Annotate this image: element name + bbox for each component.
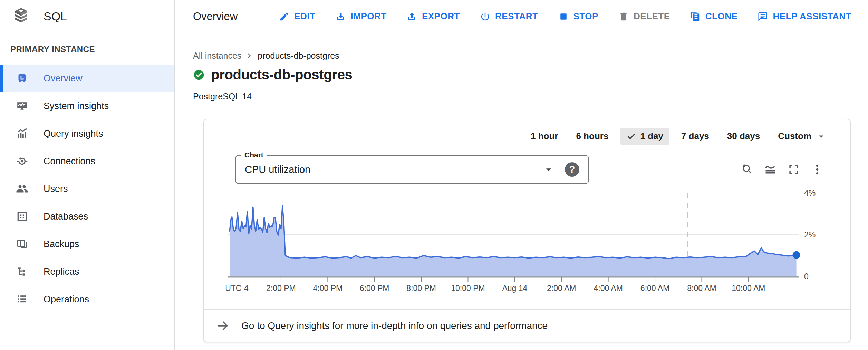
y-axis-label: 2% <box>804 230 816 239</box>
brand-area: SQL <box>0 0 175 33</box>
help-icon[interactable]: ? <box>565 162 579 177</box>
chart-metric-select[interactable]: Chart CPU utilization ? <box>235 155 589 184</box>
sidebar-item-label: Connections <box>44 156 95 167</box>
help-assistant-button[interactable]: HELP ASSISTANT <box>758 11 851 22</box>
breadcrumb-link[interactable]: All instances <box>193 51 241 61</box>
sidebar-item-operations[interactable]: Operations <box>0 285 174 313</box>
time-range-7-days[interactable]: 7 days <box>675 128 715 145</box>
y-axis-label: 0 <box>804 272 809 281</box>
operations-icon <box>16 293 28 305</box>
time-range-label: 6 hours <box>576 131 608 142</box>
sidebar-item-connections[interactable]: Connections <box>0 147 174 175</box>
action-label: DELETE <box>634 11 670 22</box>
shell: PRIMARY INSTANCE OverviewSystem insights… <box>0 33 868 350</box>
x-axis-label: 10:00 AM <box>732 284 765 293</box>
sidebar-item-label: Overview <box>44 73 83 84</box>
instance-version: PostgreSQL 14 <box>193 91 868 101</box>
sidebar-item-system-insights[interactable]: System insights <box>0 92 174 120</box>
latest-value-dot <box>793 251 800 259</box>
chart-toolbar <box>740 163 824 176</box>
x-axis-label: 2:00 AM <box>547 284 576 293</box>
action-label: EDIT <box>294 11 315 22</box>
sidebar-item-label: Replicas <box>44 266 79 277</box>
sidebar: PRIMARY INSTANCE OverviewSystem insights… <box>0 33 175 350</box>
sidebar-item-label: Query insights <box>44 128 103 139</box>
main-content: All instancesproducts-db-postgres produc… <box>175 33 868 350</box>
clone-icon <box>690 11 701 22</box>
metrics-card: 1 hour6 hours1 day7 days30 daysCustom Ch… <box>203 119 851 342</box>
breadcrumb-current: products-db-postgres <box>258 51 339 61</box>
stop-button[interactable]: STOP <box>558 11 598 22</box>
x-axis-label: 8:00 PM <box>406 284 436 293</box>
delete-button[interactable]: DELETE <box>618 11 670 22</box>
x-axis-label: 4:00 AM <box>594 284 623 293</box>
action-label: CLONE <box>705 11 738 22</box>
status-healthy-icon <box>193 69 205 81</box>
action-label: HELP ASSISTANT <box>773 11 851 22</box>
instance-title-row: products-db-postgres <box>193 67 868 82</box>
y-axis-label: 4% <box>804 188 816 197</box>
edit-button[interactable]: EDIT <box>279 11 315 22</box>
top-bar: SQL Overview EDITIMPORTEXPORTRESTARTSTOP… <box>0 0 868 33</box>
restart-button[interactable]: RESTART <box>480 11 538 22</box>
x-axis-label: 10:00 PM <box>451 284 485 293</box>
app-root: SQL Overview EDITIMPORTEXPORTRESTARTSTOP… <box>0 0 868 350</box>
time-range-30-days[interactable]: 30 days <box>721 128 766 145</box>
sidebar-section-label: PRIMARY INSTANCE <box>0 45 174 65</box>
caret-down-icon <box>816 131 827 142</box>
cloud-sql-logo-icon <box>12 7 30 26</box>
check-icon <box>626 132 636 141</box>
backups-icon <box>16 238 28 250</box>
action-label: IMPORT <box>351 11 387 22</box>
clone-button[interactable]: CLONE <box>690 11 738 22</box>
sidebar-item-databases[interactable]: Databases <box>0 203 174 230</box>
fullscreen-icon[interactable] <box>787 163 800 176</box>
zoom-reset-icon[interactable] <box>740 163 753 176</box>
time-range-label: 7 days <box>681 131 709 142</box>
stop-icon <box>558 11 569 22</box>
time-range-1-hour[interactable]: 1 hour <box>524 128 564 145</box>
sidebar-item-query-insights[interactable]: Query insights <box>0 120 174 147</box>
sidebar-nav: OverviewSystem insightsQuery insightsCon… <box>0 65 174 313</box>
overview-icon <box>16 72 28 85</box>
product-name: SQL <box>44 10 67 23</box>
chevron-right-icon <box>245 51 254 60</box>
sidebar-item-backups[interactable]: Backups <box>0 230 174 258</box>
x-axis-label: 4:00 PM <box>313 284 343 293</box>
more-vert-icon[interactable] <box>811 163 824 176</box>
time-range-1-day[interactable]: 1 day <box>620 128 669 145</box>
time-range-label: 1 day <box>640 131 663 142</box>
export-button[interactable]: EXPORT <box>407 11 460 22</box>
query-insights-link-label: Go to Query insights for more in-depth i… <box>241 320 548 331</box>
time-range-selector: 1 hour6 hours1 day7 days30 daysCustom <box>204 119 850 145</box>
x-axis-label: 6:00 PM <box>360 284 389 293</box>
import-button[interactable]: IMPORT <box>336 11 387 22</box>
delete-icon <box>618 11 629 22</box>
time-range-custom[interactable]: Custom <box>772 128 833 145</box>
sidebar-item-users[interactable]: Users <box>0 175 174 203</box>
query-insights-link[interactable]: Go to Query insights for more in-depth i… <box>204 310 850 342</box>
action-label: EXPORT <box>422 11 460 22</box>
chevron-down-icon <box>543 164 554 175</box>
databases-icon <box>16 210 28 223</box>
restart-icon <box>480 11 490 22</box>
sidebar-item-replicas[interactable]: Replicas <box>0 258 174 285</box>
sidebar-item-overview[interactable]: Overview <box>0 65 174 92</box>
action-label: STOP <box>573 11 598 22</box>
replicas-icon <box>16 265 28 278</box>
x-axis-label: Aug 14 <box>502 284 527 293</box>
select-floating-label: Chart <box>241 151 267 159</box>
x-axis-line <box>228 276 799 278</box>
cpu-series-line <box>230 206 797 259</box>
export-icon <box>407 11 417 22</box>
page-title: Overview <box>193 10 238 23</box>
edit-icon <box>279 11 289 22</box>
cpu-utilization-chart: 2:00 PM4:00 PM6:00 PM8:00 PM10:00 PMAug … <box>204 187 850 296</box>
time-range-label: 1 hour <box>531 131 558 142</box>
x-axis-label: 6:00 AM <box>640 284 669 293</box>
time-range-6-hours[interactable]: 6 hours <box>570 128 615 145</box>
area-chart-icon[interactable] <box>764 163 777 176</box>
action-toolbar: EDITIMPORTEXPORTRESTARTSTOPDELETECLONEHE… <box>279 11 851 22</box>
select-value: CPU utilization <box>245 164 310 175</box>
arrow-right-icon <box>216 319 230 333</box>
